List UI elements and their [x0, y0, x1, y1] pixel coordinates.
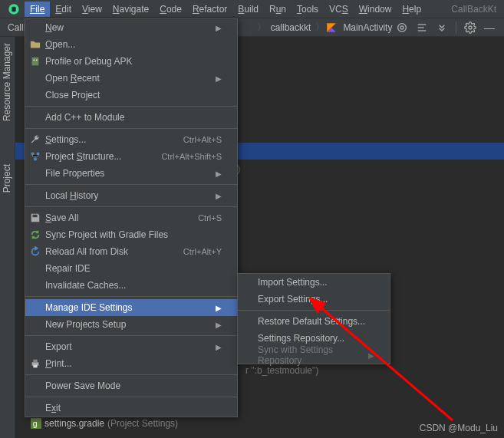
file-menu-item-sync-project-with-gradle-files[interactable]: Sync Project with Gradle Files — [25, 226, 237, 243]
svg-point-11 — [33, 59, 35, 61]
menu-item-label: Repair IDE — [45, 263, 91, 274]
menu-item-label: Project Structure... — [45, 151, 121, 162]
menu-shortcut: Ctrl+Alt+Y — [183, 247, 222, 256]
menu-code[interactable]: Code — [154, 2, 187, 17]
menu-refactor[interactable]: Refactor — [187, 2, 232, 17]
menu-build[interactable]: Build — [232, 2, 264, 17]
submenu-item-import-settings[interactable]: Import Settings... — [238, 274, 390, 291]
menu-item-label: Reload All from Disk — [45, 246, 128, 257]
svg-rect-10 — [32, 58, 39, 66]
sync-icon — [30, 229, 41, 240]
submenu-arrow-icon: ▶ — [216, 24, 222, 32]
tree-label: settings.gradle — [44, 418, 104, 429]
menu-shortcut: Ctrl+S — [198, 213, 222, 222]
watermark: CSDN @Modu_Liu — [420, 423, 498, 433]
apk-icon — [30, 56, 41, 67]
svg-rect-15 — [34, 158, 37, 161]
submenu-arrow-icon: ▶ — [216, 343, 222, 351]
sidebar-tab-label: Project — [2, 164, 12, 193]
file-menu-dropdown: New▶Open...Profile or Debug APKOpen Rece… — [25, 18, 238, 417]
file-menu-item-new-projects-setup[interactable]: New Projects Setup▶ — [25, 316, 237, 333]
file-menu-item-open-recent[interactable]: Open Recent▶ — [25, 70, 237, 87]
svg-rect-17 — [33, 360, 37, 363]
submenu-arrow-icon: ▶ — [216, 304, 222, 312]
menu-item-label: Import Settings... — [258, 277, 328, 288]
gradle-icon: g — [31, 418, 41, 429]
file-menu-item-profile-or-debug-apk[interactable]: Profile or Debug APK — [25, 53, 237, 70]
file-menu-item-reload-all-from-disk[interactable]: Reload All from DiskCtrl+Alt+Y — [25, 243, 237, 260]
file-menu-item-local-history[interactable]: Local History▶ — [25, 187, 237, 204]
file-menu-item-manage-ide-settings[interactable]: Manage IDE Settings▶ — [25, 299, 237, 316]
menu-window[interactable]: Window — [354, 2, 397, 17]
gear-icon[interactable] — [464, 21, 476, 34]
menu-run[interactable]: Run — [264, 2, 292, 17]
menu-item-label: Sync with Settings Repository — [258, 344, 368, 366]
project-name: CallBackKt — [451, 4, 501, 15]
target-icon[interactable] — [396, 21, 408, 34]
toolbar-minimize[interactable]: — — [484, 21, 495, 34]
breadcrumb-file[interactable]: MainActivity — [340, 22, 395, 33]
submenu-arrow-icon: ▶ — [216, 321, 222, 329]
sidebar-tab-project[interactable]: Project — [0, 158, 14, 199]
submenu-arrow-icon: ▶ — [216, 170, 222, 178]
menu-separator — [25, 128, 237, 129]
svg-point-12 — [36, 59, 38, 61]
sidebar-tab-resource-manager[interactable]: Resource Manager — [0, 37, 14, 127]
toolbar-divider — [456, 21, 456, 34]
file-menu-item-invalidate-caches[interactable]: Invalidate Caches... — [25, 277, 237, 294]
menu-vcs[interactable]: VCS — [324, 2, 354, 17]
menu-shortcut: Ctrl+Alt+S — [183, 135, 222, 144]
manage-ide-settings-submenu: Import Settings...Export Settings...Rest… — [237, 273, 390, 364]
menu-help[interactable]: Help — [397, 2, 427, 17]
tree-hint: (Project Settings) — [107, 418, 178, 429]
file-menu-item-new[interactable]: New▶ — [25, 19, 237, 36]
menu-tools[interactable]: Tools — [292, 2, 324, 17]
file-menu-item-add-c-to-module[interactable]: Add C++ to Module — [25, 109, 237, 126]
file-menu-item-repair-ide[interactable]: Repair IDE — [25, 260, 237, 277]
menu-item-label: Save All — [45, 212, 78, 223]
menu-navigate[interactable]: Navigate — [107, 2, 154, 17]
menu-separator — [25, 206, 237, 207]
svg-point-4 — [398, 23, 407, 31]
svg-text:g: g — [33, 419, 38, 428]
menu-item-label: Invalidate Caches... — [45, 280, 126, 291]
menu-item-label: Settings Repository... — [258, 333, 344, 344]
menu-item-label: Power Save Mode — [45, 380, 120, 391]
menu-item-label: Local History — [45, 190, 98, 201]
svg-point-9 — [469, 26, 472, 29]
file-menu-item-settings[interactable]: Settings...Ctrl+Alt+S — [25, 131, 237, 148]
submenu-item-export-settings[interactable]: Export Settings... — [238, 291, 390, 308]
file-menu-item-file-properties[interactable]: File Properties▶ — [25, 165, 237, 182]
save-icon — [30, 212, 41, 223]
menu-edit[interactable]: Edit — [50, 2, 77, 17]
menu-item-label: Open... — [45, 39, 75, 50]
menu-shortcut: Ctrl+Alt+Shift+S — [161, 152, 222, 161]
kotlin-file-icon — [326, 22, 337, 33]
align-icon[interactable] — [416, 21, 428, 34]
print-icon — [30, 358, 41, 369]
menu-item-label: Print... — [45, 358, 72, 369]
file-menu-item-print[interactable]: Print... — [25, 355, 237, 372]
menu-file[interactable]: File — [25, 2, 50, 17]
menu-item-label: Open Recent — [45, 73, 100, 84]
submenu-arrow-icon: ▶ — [216, 74, 222, 83]
menu-item-label: New — [45, 22, 64, 33]
file-menu-item-open[interactable]: Open... — [25, 36, 237, 53]
file-menu-item-power-save-mode[interactable]: Power Save Mode — [25, 377, 237, 394]
breadcrumb-package[interactable]: callbackkt — [268, 22, 315, 33]
expand-icon[interactable] — [436, 21, 448, 34]
menu-view[interactable]: View — [77, 2, 107, 17]
file-menu-item-close-project[interactable]: Close Project — [25, 87, 237, 104]
left-sidebar: Resource Manager Project — [0, 37, 15, 438]
tree-row[interactable]: g settings.gradle (Project Settings) — [31, 416, 238, 431]
svg-rect-13 — [31, 153, 35, 156]
menu-item-label: Manage IDE Settings — [45, 302, 132, 313]
file-menu-item-project-structure[interactable]: Project Structure...Ctrl+Alt+Shift+S — [25, 148, 237, 165]
submenu-item-sync-with-settings-repository: Sync with Settings Repository▶ — [238, 347, 390, 364]
menu-item-label: File Properties — [45, 168, 104, 179]
wrench-icon — [30, 134, 41, 145]
file-menu-item-exit[interactable]: Exit — [25, 400, 237, 417]
submenu-item-restore-default-settings[interactable]: Restore Default Settings... — [238, 313, 390, 330]
file-menu-item-save-all[interactable]: Save AllCtrl+S — [25, 209, 237, 226]
file-menu-item-export[interactable]: Export▶ — [25, 338, 237, 355]
